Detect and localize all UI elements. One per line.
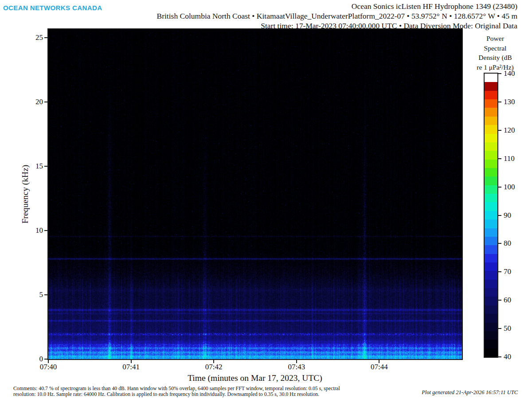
y-tick — [44, 294, 47, 295]
colorbar-segment — [485, 160, 497, 168]
colorbar-tick — [498, 356, 501, 357]
colorbar-segment — [485, 117, 497, 125]
colorbar-tick — [498, 73, 501, 74]
colorbar-tick — [498, 328, 501, 329]
comments-block: Comments: 40.7 % of spectrogram is less … — [13, 386, 340, 397]
colorbar-tick — [498, 300, 501, 301]
colorbar-segment — [485, 185, 497, 194]
y-tick — [44, 102, 47, 102]
colorbar-segment — [485, 219, 497, 228]
colorbar-segment — [485, 194, 497, 203]
y-tick-label: 0 — [39, 355, 43, 364]
plot-header: Ocean Sonics icListen HF Hydrophone 1349… — [156, 2, 517, 31]
colorbar-segment — [485, 91, 497, 100]
colorbar-tick-label: 140 — [504, 69, 515, 78]
colorbar-segment — [485, 297, 497, 305]
y-tick — [44, 37, 47, 38]
colorbar-tick-label: 120 — [504, 126, 515, 135]
colorbar — [485, 74, 497, 357]
colorbar-segment — [485, 151, 497, 160]
colorbar-tick-label: 40 — [504, 352, 511, 361]
colorbar-tick-label: 130 — [504, 98, 515, 106]
colorbar-segment — [485, 280, 497, 289]
y-tick-label: 5 — [39, 290, 43, 299]
y-axis-title: Frequency (kHz) — [20, 165, 30, 224]
colorbar-segment — [485, 82, 497, 91]
y-tick — [44, 166, 47, 167]
header-line-location: British Columbia North Coast • KitamaatV… — [156, 12, 517, 21]
colorbar-segment — [485, 202, 497, 211]
colorbar-segment — [485, 348, 497, 357]
colorbar-segment — [485, 288, 497, 297]
colorbar-segment — [485, 176, 497, 185]
colorbar-tick-label: 70 — [504, 267, 511, 276]
colorbar-tick-label: 80 — [504, 239, 511, 248]
colorbar-tick — [498, 102, 501, 102]
colorbar-segment — [485, 228, 497, 237]
colorbar-segment — [485, 237, 497, 246]
colorbar-tick-label: 90 — [504, 211, 511, 220]
x-tick-label: 07:42 — [205, 363, 223, 372]
colorbar-title-line: Density (dB — [477, 53, 514, 63]
colorbar-tick — [498, 187, 501, 188]
comments-line-2: resolution: 10.0 Hz. Sample rate: 64000 … — [13, 391, 340, 397]
colorbar-segment — [485, 305, 497, 314]
colorbar-tick — [498, 215, 501, 216]
ocean-networks-canada-logo: OCEAN NETWORKS CANADA — [3, 4, 102, 12]
x-axis-title: Time (minutes on Mar 17, 2023, UTC) — [188, 373, 322, 383]
y-tick-label: 10 — [35, 226, 43, 235]
colorbar-title-line: Spectral — [477, 43, 514, 53]
header-line-instrument: Ocean Sonics icListen HF Hydrophone 1349… — [156, 2, 517, 12]
colorbar-tick-label: 110 — [504, 154, 515, 163]
colorbar-tick-label: 60 — [504, 296, 511, 305]
y-tick-label: 25 — [35, 33, 43, 42]
colorbar-segment — [485, 168, 497, 177]
colorbar-tick — [498, 271, 501, 272]
spectrogram-canvas — [48, 29, 462, 359]
colorbar-segment — [485, 340, 497, 348]
colorbar-segment — [485, 271, 497, 280]
x-tick-label: 07:43 — [288, 363, 305, 372]
colorbar-title-line: Power — [477, 34, 514, 43]
y-tick-label: 15 — [35, 162, 43, 171]
colorbar-tick — [498, 243, 501, 244]
colorbar-segment — [485, 331, 497, 340]
colorbar-segment — [485, 323, 497, 332]
y-tick-label: 20 — [35, 98, 43, 106]
plot-generated-timestamp: Plot generated 21-Apr-2026 16:57:11 UTC — [422, 389, 518, 396]
colorbar-segment — [485, 211, 497, 220]
colorbar-title: Power Spectral Density (dB re 1 μPa²/Hz) — [477, 34, 514, 72]
colorbar-segment — [485, 99, 497, 108]
x-tick-label: 07:40 — [40, 363, 57, 372]
figure-root: OCEAN NETWORKS CANADA Ocean Sonics icLis… — [0, 0, 532, 399]
y-tick — [44, 359, 47, 360]
colorbar-segment — [485, 262, 497, 271]
comments-line-1: Comments: 40.7 % of spectrogram is less … — [13, 386, 340, 391]
colorbar-segment — [485, 134, 497, 143]
colorbar-segment — [485, 142, 497, 151]
colorbar-segment — [485, 245, 497, 254]
colorbar-tick-label: 100 — [504, 183, 515, 192]
colorbar-tick-label: 50 — [504, 324, 511, 333]
colorbar-segment — [485, 314, 497, 323]
y-tick — [44, 230, 47, 231]
colorbar-tick — [498, 130, 501, 131]
colorbar-segment — [485, 254, 497, 263]
colorbar-segment — [485, 108, 497, 117]
colorbar-tick — [498, 158, 501, 159]
colorbar-segment — [485, 74, 497, 82]
x-tick-label: 07:44 — [371, 363, 388, 372]
x-tick-label: 07:41 — [122, 363, 140, 372]
spectrogram-plot-area — [48, 29, 462, 359]
colorbar-segment — [485, 125, 497, 134]
